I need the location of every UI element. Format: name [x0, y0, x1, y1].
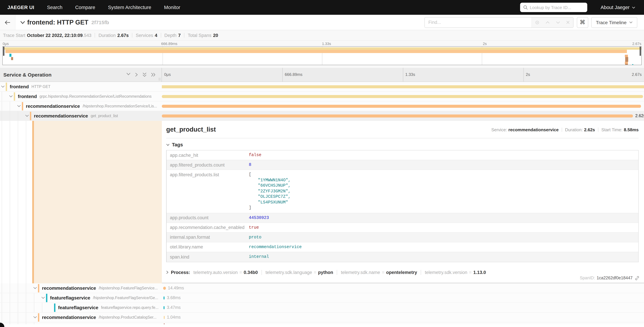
- trace-duration: Duration 2.67s: [98, 33, 129, 38]
- span-row-recommendationservice-featureflag[interactable]: recommendationservice /hipstershop.Featu…: [0, 283, 644, 293]
- span-duration-bar[interactable]: [163, 287, 166, 290]
- span-row-get-product-list[interactable]: recommendationservice get_product_list 2…: [0, 111, 644, 121]
- span-duration-bar[interactable]: [164, 316, 164, 319]
- trace-lookup-box[interactable]: [520, 3, 587, 12]
- span-row-partial[interactable]: [0, 322, 644, 324]
- minimap-span-bar: [625, 57, 628, 60]
- chevron-right-icon: [166, 270, 168, 274]
- minimap-span-bar: [625, 55, 628, 57]
- nav-right: About Jaeger: [520, 3, 644, 12]
- find-controls: [531, 17, 573, 27]
- next-match-icon[interactable]: [556, 21, 560, 24]
- span-row-featureflagservice-repo-query[interactable]: featureflagservice featureflagservice.re…: [0, 303, 644, 312]
- trace-id: 2f715fb: [92, 20, 109, 25]
- chevron-down-icon[interactable]: [0, 85, 6, 88]
- process-section-toggle[interactable]: Process: telemetry.auto.version=0.34b0 t…: [166, 270, 639, 275]
- service-operation-header: Service & Operation: [0, 68, 162, 82]
- minimap-span-bar: [10, 54, 12, 57]
- minimap-span-bar: [5, 50, 627, 53]
- span-row-recommendationservice-list[interactable]: recommendationservice /hipstershop.Recom…: [0, 102, 644, 111]
- collapse-one-icon[interactable]: [126, 72, 130, 77]
- deep-link-icon[interactable]: [635, 276, 639, 280]
- span-row-featureflagservice-get[interactable]: featureflagservice /hipstershop.FeatureF…: [0, 293, 644, 303]
- chevron-down-icon: [632, 6, 635, 8]
- span-duration-bar[interactable]: [162, 95, 643, 98]
- span-duration-bar[interactable]: [164, 323, 164, 324]
- trace-header-bar: frontend: HTTP GET 2f715fb: [0, 15, 644, 30]
- trace-lookup-input[interactable]: [530, 5, 589, 10]
- collapse-trace-chevron-icon[interactable]: [20, 21, 25, 24]
- trace-start: Trace Start October 22 2022, 22:10:09.54…: [3, 33, 92, 38]
- clear-find-icon[interactable]: [566, 20, 570, 24]
- back-button[interactable]: [0, 15, 16, 30]
- trace-minimap: 0μs 666.89ms 1.33s 2s 2.67s: [0, 40, 644, 68]
- span-row-recommendationservice-productcatalog[interactable]: recommendationservice /hipstershop.Produ…: [0, 312, 644, 322]
- tags-section-toggle[interactable]: Tags: [166, 142, 639, 148]
- span-detail-meta: Service:recommendationservice Duration:2…: [491, 127, 639, 132]
- tag-row: app.filtered_products.count 8: [166, 160, 638, 170]
- span-duration-bar[interactable]: [162, 114, 633, 118]
- trace-services: Services 4: [136, 33, 158, 38]
- find-box: [424, 17, 573, 28]
- span-duration-bar[interactable]: [162, 85, 644, 88]
- span-detail-block: get_product_list Service:recommendations…: [0, 121, 644, 283]
- trace-title: frontend: HTTP GET: [27, 19, 88, 26]
- span-rows-area: frontend HTTP GET frontend grpc.hipsters…: [0, 82, 644, 324]
- nav-item-monitor[interactable]: Monitor: [164, 5, 180, 10]
- tag-row: span.kind internal: [166, 252, 638, 262]
- trace-view-selector[interactable]: Trace Timeline: [591, 17, 637, 28]
- span-detail-title: get_product_list: [166, 126, 216, 133]
- span-detail-panel: get_product_list Service:recommendations…: [162, 121, 644, 283]
- app-brand[interactable]: JAEGER UI: [8, 5, 34, 10]
- minimap-span-bar: [11, 57, 13, 60]
- trace-view-label: Trace Timeline: [596, 20, 626, 25]
- minimap-span-bar: [625, 64, 628, 65]
- jaeger-trace-page: JAEGER UI Search Compare System Architec…: [0, 0, 644, 327]
- nav-item-search[interactable]: Search: [47, 5, 62, 10]
- prev-match-icon[interactable]: [546, 21, 550, 24]
- tag-row: app.products.count 44530923: [166, 213, 638, 223]
- service-operation-title: Service & Operation: [3, 72, 52, 78]
- minimap-span-bar: [625, 60, 628, 62]
- minimap-right-handle[interactable]: [640, 47, 641, 56]
- minimap-span-bar: [4, 47, 642, 50]
- span-duration-bar[interactable]: [164, 306, 164, 309]
- span-duration-bar[interactable]: [164, 296, 164, 300]
- about-jaeger-label: About Jaeger: [600, 5, 630, 10]
- minimap-left-handle[interactable]: [3, 47, 4, 56]
- chevron-down-icon[interactable]: [32, 287, 38, 290]
- nav-item-system-architecture[interactable]: System Architecture: [108, 5, 151, 10]
- tree-collapse-controls: [126, 72, 156, 77]
- chevron-down-icon[interactable]: [16, 105, 22, 108]
- span-duration-bar[interactable]: [162, 105, 641, 108]
- trace-summary-bar: Trace Start October 22 2022, 22:10:09.54…: [0, 30, 644, 40]
- find-input[interactable]: [424, 17, 531, 27]
- span-row-frontend-grpc[interactable]: frontend grpc.hipstershop.Recommendation…: [0, 92, 644, 102]
- main-nav: Search Compare System Architecture Monit…: [47, 5, 180, 10]
- chevron-down-icon[interactable]: [24, 114, 30, 117]
- tags-table: app.cache_hit false app.filtered_product…: [166, 150, 639, 262]
- expand-one-icon[interactable]: [135, 72, 138, 77]
- column-resize-handle[interactable]: ||: [159, 77, 161, 80]
- chevron-down-icon[interactable]: [8, 95, 14, 98]
- keyboard-shortcuts-button[interactable]: ⌘: [577, 17, 588, 28]
- trace-depth: Depth 7: [164, 33, 181, 38]
- minimap-canvas[interactable]: [2, 46, 642, 65]
- tag-row: app.recommendation.cache_enabled true: [166, 223, 638, 232]
- trace-total-spans: Total Spans 20: [188, 33, 218, 38]
- expand-all-icon[interactable]: [151, 72, 156, 77]
- top-navbar: JAEGER UI Search Compare System Architec…: [0, 0, 644, 15]
- collapse-all-icon[interactable]: [142, 72, 147, 77]
- about-jaeger-menu[interactable]: About Jaeger: [600, 5, 635, 10]
- search-icon: [523, 5, 528, 10]
- tag-row: app.filtered_products.list [ "1YMWWN1N4O…: [166, 170, 638, 213]
- focus-target-icon[interactable]: [535, 20, 540, 25]
- tag-row: app.cache_hit false: [166, 150, 638, 160]
- minimap-ruler: 0μs 666.89ms 1.33s 2s 2.67s: [0, 41, 644, 46]
- chevron-down-icon[interactable]: [40, 296, 46, 299]
- chevron-down-icon[interactable]: [32, 316, 38, 318]
- tag-row: otel.library.name recommendationservice: [166, 242, 638, 252]
- nav-item-compare[interactable]: Compare: [75, 5, 95, 10]
- span-id-row: SpanID: 1ca2262df0e18447: [580, 276, 639, 280]
- span-row-frontend-http-get[interactable]: frontend HTTP GET: [0, 82, 644, 92]
